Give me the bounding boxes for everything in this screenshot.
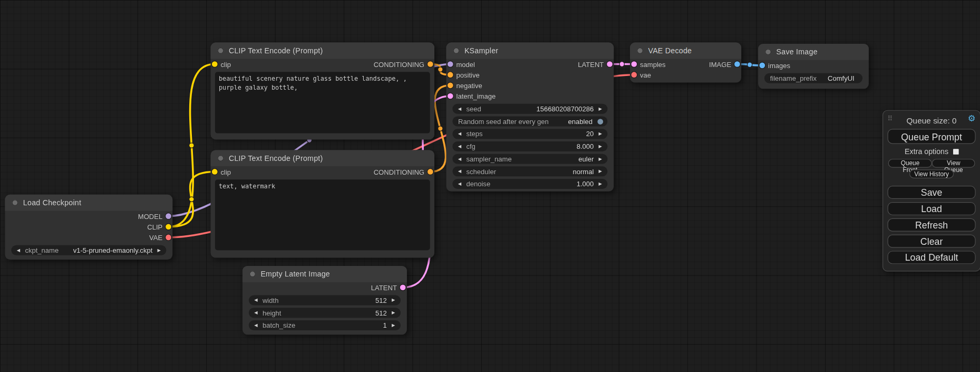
view-queue-button[interactable]: View Queue (932, 159, 975, 168)
increment-arrow-icon[interactable]: ▶ (597, 179, 603, 189)
queue-prompt-button[interactable]: Queue Prompt (888, 129, 976, 144)
increment-arrow-icon[interactable]: ▶ (597, 104, 603, 114)
increment-arrow-icon[interactable]: ▶ (156, 245, 162, 255)
save-button[interactable]: Save (888, 186, 976, 199)
queue-panel-header: ⠿ Queue size: 0 ⚙ (883, 113, 980, 127)
increment-arrow-icon[interactable]: ▶ (597, 166, 603, 176)
toggle-knob[interactable] (597, 119, 603, 125)
node-header[interactable]: KSampler (447, 43, 614, 59)
widget-denoise[interactable]: ◀ denoise 1.000 ▶ (452, 179, 607, 189)
node-header[interactable]: VAE Decode (630, 43, 741, 59)
decrement-arrow-icon[interactable]: ◀ (457, 154, 463, 164)
node-clip-text-encode-positive[interactable]: CLIP Text Encode (Prompt) clip CONDITION… (211, 43, 434, 140)
negative-input-port[interactable] (448, 82, 453, 88)
collapse-dot-icon[interactable] (637, 47, 643, 54)
increment-arrow-icon[interactable]: ▶ (391, 308, 396, 318)
widget-value: 512 (375, 309, 387, 317)
node-header[interactable]: Empty Latent Image (242, 266, 407, 282)
view-history-button[interactable]: View History (909, 169, 954, 178)
image-output-port[interactable] (734, 61, 740, 67)
widget-scheduler[interactable]: ◀ scheduler normal ▶ (452, 166, 607, 176)
clear-button[interactable]: Clear (888, 235, 976, 248)
widget-seed[interactable]: ◀ seed 156680208700286 ▶ (452, 104, 607, 114)
decrement-arrow-icon[interactable]: ◀ (253, 308, 259, 318)
widget-random-seed-toggle[interactable]: Random seed after every gen enabled (452, 117, 607, 127)
slot-row: VAE (5, 232, 172, 243)
collapse-dot-icon[interactable] (12, 199, 18, 206)
collapse-dot-icon[interactable] (218, 47, 224, 54)
prompt-text-input[interactable]: beautiful scenery nature glass bottle la… (215, 72, 430, 133)
latent-output-port[interactable] (607, 61, 613, 67)
drag-handle-icon[interactable]: ⠿ (888, 115, 893, 122)
prompt-text-input[interactable]: text, watermark (215, 179, 430, 250)
node-save-image[interactable]: Save Image images filename_prefix ComfyU… (758, 44, 869, 89)
decrement-arrow-icon[interactable]: ◀ (457, 166, 463, 176)
increment-arrow-icon[interactable]: ▶ (597, 141, 603, 151)
increment-arrow-icon[interactable]: ▶ (391, 295, 396, 306)
node-load-checkpoint[interactable]: Load Checkpoint MODEL CLIP VAE ◀ ckpt_na… (5, 195, 172, 260)
model-input-port[interactable] (448, 61, 453, 67)
widget-value: v1-5-pruned-emaonly.ckpt (73, 246, 153, 254)
node-header[interactable]: Save Image (758, 44, 869, 60)
input-label-samples: samples (640, 60, 666, 68)
output-label-clip: CLIP (147, 223, 162, 231)
decrement-arrow-icon[interactable]: ◀ (253, 295, 259, 306)
positive-input-port[interactable] (448, 72, 453, 78)
collapse-dot-icon[interactable] (249, 271, 256, 277)
load-default-button[interactable]: Load Default (888, 251, 976, 264)
samples-input-port[interactable] (631, 61, 637, 67)
widget-width[interactable]: ◀ width 512 ▶ (249, 295, 401, 306)
node-ksampler[interactable]: KSampler model LATENT positive negative … (447, 43, 614, 192)
refresh-button[interactable]: Refresh (888, 218, 976, 232)
node-empty-latent-image[interactable]: Empty Latent Image LATENT ◀ width 512 ▶ … (242, 266, 407, 335)
node-header[interactable]: CLIP Text Encode (Prompt) (211, 43, 434, 59)
vae-input-port[interactable] (631, 72, 637, 78)
increment-arrow-icon[interactable]: ▶ (597, 154, 603, 164)
images-input-port[interactable] (759, 63, 765, 69)
decrement-arrow-icon[interactable]: ◀ (457, 179, 463, 189)
conditioning-output-port[interactable] (428, 169, 433, 175)
node-clip-text-encode-negative[interactable]: CLIP Text Encode (Prompt) clip CONDITION… (211, 150, 434, 258)
conditioning-output-port[interactable] (428, 61, 433, 67)
node-vae-decode[interactable]: VAE Decode samples IMAGE vae (630, 43, 741, 83)
decrement-arrow-icon[interactable]: ◀ (16, 245, 22, 255)
clip-output-port[interactable] (166, 224, 171, 230)
collapse-dot-icon[interactable] (218, 155, 224, 161)
node-title: CLIP Text Encode (Prompt) (229, 46, 323, 55)
decrement-arrow-icon[interactable]: ◀ (457, 141, 463, 151)
vae-output-port[interactable] (166, 235, 171, 241)
latent-image-input-port[interactable] (448, 93, 453, 99)
node-header[interactable]: CLIP Text Encode (Prompt) (211, 150, 434, 167)
link-midpoint-dot (189, 143, 194, 148)
slot-row: MODEL (5, 211, 172, 222)
clip-input-port[interactable] (212, 61, 218, 67)
widget-height[interactable]: ◀ height 512 ▶ (249, 308, 401, 318)
widget-steps[interactable]: ◀ steps 20 ▶ (452, 129, 607, 139)
link-midpoint-dot (438, 67, 443, 72)
extra-options-checkbox[interactable] (953, 149, 958, 155)
settings-gear-icon[interactable]: ⚙ (968, 113, 976, 123)
decrement-arrow-icon[interactable]: ◀ (253, 320, 259, 330)
widget-cfg[interactable]: ◀ cfg 8.000 ▶ (452, 141, 607, 151)
queue-front-button[interactable]: Queue Front (888, 159, 932, 168)
decrement-arrow-icon[interactable]: ◀ (457, 129, 463, 139)
widget-value: euler (578, 155, 594, 163)
node-header[interactable]: Load Checkpoint (5, 195, 172, 211)
latent-output-port[interactable] (400, 284, 406, 290)
widget-value: 1 (383, 321, 387, 329)
increment-arrow-icon[interactable]: ▶ (597, 129, 603, 139)
output-label-latent: LATENT (371, 284, 397, 291)
decrement-arrow-icon[interactable]: ◀ (457, 104, 463, 114)
increment-arrow-icon[interactable]: ▶ (391, 320, 396, 330)
collapse-dot-icon[interactable] (453, 47, 460, 54)
widget-sampler-name[interactable]: ◀ sampler_name euler ▶ (452, 154, 607, 164)
model-output-port[interactable] (166, 213, 171, 219)
slot-row: CLIP (5, 222, 172, 232)
widget-filename-prefix[interactable]: filename_prefix ComfyUI (764, 73, 862, 83)
widget-ckpt-name[interactable]: ◀ ckpt_name v1-5-pruned-emaonly.ckpt ▶ (11, 245, 166, 255)
widget-batch-size[interactable]: ◀ batch_size 1 ▶ (249, 320, 401, 330)
clip-input-port[interactable] (212, 169, 218, 175)
node-graph-canvas[interactable]: Load Checkpoint MODEL CLIP VAE ◀ ckpt_na… (0, 0, 980, 372)
load-button[interactable]: Load (888, 202, 976, 215)
collapse-dot-icon[interactable] (765, 49, 771, 55)
